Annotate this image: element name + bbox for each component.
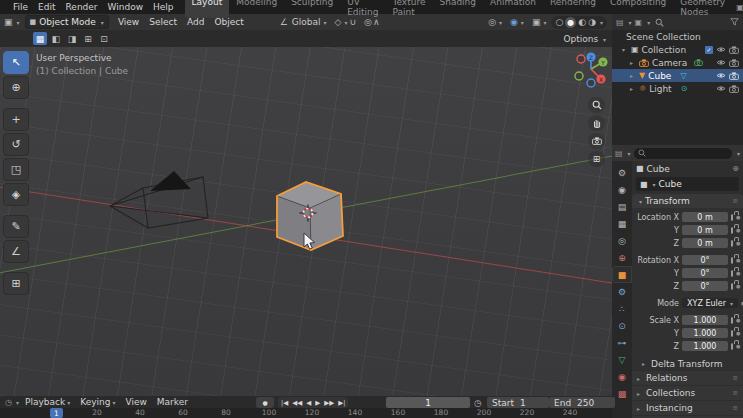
animate-dot-icon[interactable]: ● [736,257,740,263]
tab-scene[interactable]: ◎ [613,233,631,248]
prev-keyframe-button[interactable]: ◀◀ [292,399,302,407]
outliner-row-scene-collection[interactable]: Scene Collection [612,30,743,43]
collection-checkbox[interactable]: ✓ [705,46,713,54]
location-z-field[interactable]: 0 m [682,238,728,248]
workspace-tab-compositing[interactable]: Compositing [603,0,673,18]
rotation-z-field[interactable]: 0° [682,281,728,291]
scale-z-field[interactable]: 1.000 [682,341,728,351]
tab-tool[interactable]: ⚙ [613,165,631,180]
rotation-x-field[interactable]: 0° [682,255,728,265]
animate-dot-icon[interactable]: ● [736,214,740,220]
tab-particles[interactable]: ∴ [613,301,631,316]
select-mode-subtract-button[interactable]: ◨ [65,32,79,45]
disable-render-icon[interactable] [729,72,739,80]
scale-y-field[interactable]: 1.000 [682,328,728,338]
animate-dot-icon[interactable]: ● [736,343,740,349]
tool-move[interactable]: + [3,108,29,131]
animate-dot-icon[interactable]: ● [736,330,740,336]
playhead[interactable]: 1 [50,408,63,418]
collapse-icon[interactable]: ▾ [622,46,628,53]
timeline-ruler[interactable]: 20 40 60 80 100 120 140 160 180 200 220 … [0,408,612,418]
start-frame-field[interactable]: Start 1 [487,397,549,408]
tab-material[interactable]: ◉ [613,369,631,384]
gizmo-z-neg[interactable] [587,79,595,87]
filter-icon[interactable] [730,18,739,26]
workspace-tab-geometry-nodes[interactable]: Geometry Nodes [673,0,732,18]
tool-transform[interactable]: ◈ [3,183,29,206]
hide-eye-icon[interactable] [716,72,726,79]
tool-annotate[interactable]: ✎ [3,215,29,238]
rotation-mode-dropdown[interactable]: XYZ Euler ▾ [682,298,738,308]
outliner-row-collection[interactable]: ▾ ▣ Collection ✓ [612,43,743,56]
tab-world[interactable]: ⊕ [613,250,631,265]
menu-window[interactable]: Window [103,2,149,12]
section-collections[interactable]: ▸ Collections ≡ [632,386,743,400]
object-name-value[interactable]: Cube [659,179,682,189]
play-button[interactable]: ▶ [315,399,320,407]
timeline-editor-icon[interactable]: ◷ [5,398,12,407]
row-label[interactable]: Cube [648,71,671,81]
transform-orientation-dropdown[interactable]: ∠ Global ▾ [280,17,327,27]
lock-icon[interactable] [731,240,733,247]
options-dropdown[interactable]: Options ▾ [563,34,606,44]
zoom-button[interactable] [588,97,605,113]
show-overlays-toggle[interactable]: ◉ ▾ [510,17,524,27]
animate-dot-icon[interactable]: ● [736,227,740,233]
drag-handle-icon[interactable]: ≡ [732,197,738,205]
workspace-tab-layout[interactable]: Layout [185,0,230,18]
section-relations[interactable]: ▸ Relations ≡ [632,371,743,385]
snap-magnet-icon[interactable]: ∪ [350,17,357,27]
end-frame-field[interactable]: End 250 [549,397,615,408]
shading-material-button[interactable]: ◐ [578,17,586,27]
lock-icon[interactable] [731,270,733,277]
properties-editor-icon[interactable]: ▤ [615,149,623,158]
select-mode-set-button[interactable]: ▦ [33,32,47,45]
lock-icon[interactable] [731,257,733,264]
menu-object[interactable]: Object [210,17,247,27]
scene-selector[interactable]: ▣ ▾ Scene ▣ × [732,2,743,12]
tool-cursor[interactable]: ⊕ [3,76,29,99]
xray-toggle[interactable]: ▣ ▾ [532,17,547,27]
hide-eye-icon[interactable] [716,59,726,66]
row-label[interactable]: Camera [652,58,687,68]
workspace-tab-rendering[interactable]: Rendering [543,0,603,18]
pin-icon[interactable]: ⊕ [732,164,739,173]
tool-scale[interactable]: ◳ [3,158,29,181]
outliner-row-light[interactable]: ▸ ☼ Light ⊙ [612,82,743,95]
drag-handle-icon[interactable]: ≡ [732,374,738,382]
workspace-tab-sculpting[interactable]: Sculpting [284,0,340,18]
row-label[interactable]: Collection [642,45,687,55]
show-gizmo-toggle[interactable]: ◎ ▾ [488,17,502,27]
menu-render[interactable]: Render [61,2,103,12]
camera-view-button[interactable] [588,133,605,149]
perspective-toggle-button[interactable]: ⊞ [588,151,605,167]
menu-playback[interactable]: Playback▾ [21,397,74,407]
tab-object[interactable]: ■ [613,267,631,282]
menu-keying[interactable]: Keying▾ [76,397,119,407]
tool-measure[interactable]: ∠ [3,240,29,263]
menu-select[interactable]: Select [145,17,181,27]
gizmo-y-neg[interactable] [575,72,583,80]
rotation-y-field[interactable]: 0° [682,268,728,278]
proportional-edit-dropdown[interactable]: ◎ ∧ [364,17,379,27]
location-y-field[interactable]: 0 m [682,225,728,235]
menu-marker[interactable]: Marker [153,397,192,407]
scale-x-field[interactable]: 1.000 [682,315,728,325]
menu-help[interactable]: Help [148,2,179,12]
row-label[interactable]: Scene Collection [626,32,701,42]
lock-icon[interactable] [731,214,733,221]
expand-icon[interactable]: ▸ [630,85,636,92]
snap-target-dropdown[interactable]: ◇ ▾ [335,17,348,27]
hide-eye-icon[interactable] [716,85,726,92]
pan-button[interactable] [588,115,605,131]
menu-add[interactable]: Add [183,17,208,27]
workspace-tab-uv-editing[interactable]: UV Editing [340,0,385,18]
camera-object[interactable] [103,168,215,248]
mode-dropdown[interactable]: ■ Object Mode ▾ [25,15,109,29]
section-instancing[interactable]: ▸ Instancing ≡ [632,401,743,415]
next-keyframe-button[interactable]: ▶▶ [324,399,334,407]
shading-solid-button[interactable]: ● [565,17,576,28]
jump-to-start-button[interactable]: |◀ [281,399,288,407]
object-name-field[interactable]: ■ ▾ Cube [636,177,739,191]
properties-search-input[interactable] [634,148,732,159]
